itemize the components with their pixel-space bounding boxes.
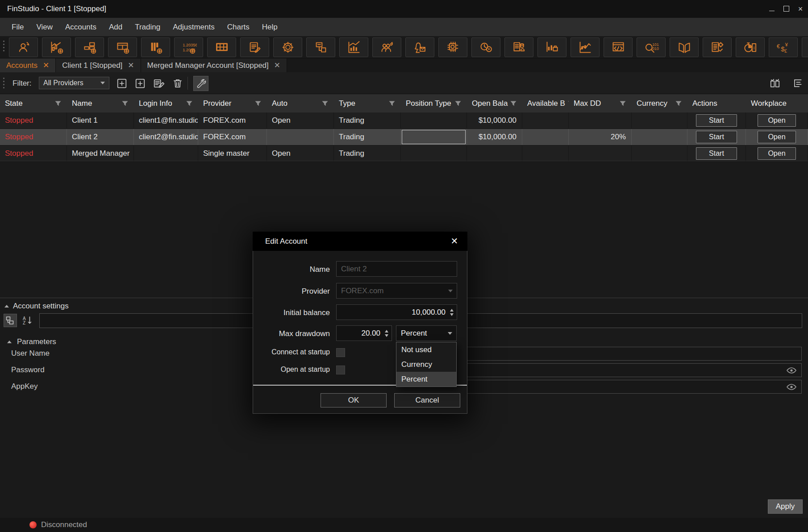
- close-button[interactable]: ×: [793, 0, 808, 18]
- portfolio-chart-icon[interactable]: [537, 37, 566, 57]
- eye-icon[interactable]: [786, 366, 797, 376]
- column-header-available-b[interactable]: Available B: [522, 94, 569, 112]
- filter-funnel-icon[interactable]: [620, 101, 626, 106]
- start-button[interactable]: Start: [696, 147, 737, 160]
- column-header-currency[interactable]: Currency: [632, 94, 687, 112]
- dialog-close-icon[interactable]: ✕: [448, 232, 461, 251]
- filter-funnel-icon[interactable]: [389, 101, 395, 106]
- table-row[interactable]: StoppedClient 2client2@fin.studioFOREX.c…: [0, 129, 808, 145]
- filter-funnel-icon[interactable]: [510, 101, 516, 106]
- column-chooser-button[interactable]: [769, 77, 781, 90]
- menu-add[interactable]: Add: [103, 18, 129, 36]
- categorized-view-button[interactable]: [4, 314, 17, 327]
- column-header-type[interactable]: Type: [334, 94, 401, 112]
- menu-accounts[interactable]: Accounts: [59, 18, 103, 36]
- delete-account-button[interactable]: [171, 77, 184, 90]
- name-input[interactable]: Client 2: [336, 261, 457, 277]
- alphabetical-sort-button[interactable]: AZ: [21, 314, 34, 327]
- spin-up-icon[interactable]: [385, 330, 388, 332]
- data-grid-icon[interactable]: [207, 37, 236, 57]
- column-header-state[interactable]: State: [0, 94, 67, 112]
- tab-accounts[interactable]: Accounts ✕: [0, 58, 56, 72]
- org-structure-icon[interactable]: [306, 37, 335, 57]
- spin-down-icon[interactable]: [450, 313, 454, 316]
- market-watch-icon[interactable]: [571, 37, 600, 57]
- spin-up-icon[interactable]: [450, 309, 454, 312]
- connect-at-startup-checkbox[interactable]: [336, 348, 345, 357]
- open-workplace-button[interactable]: Open: [758, 131, 796, 143]
- start-button[interactable]: Start: [696, 131, 737, 143]
- menu-help[interactable]: Help: [256, 18, 284, 36]
- table-row[interactable]: StoppedMerged ManagerSingle masterOpenTr…: [0, 145, 808, 162]
- group-panel-button[interactable]: [791, 77, 804, 90]
- filter-funnel-icon[interactable]: [186, 101, 192, 106]
- add-manager-button[interactable]: [134, 77, 146, 90]
- edit-account-button[interactable]: [153, 77, 165, 90]
- layout-add-icon[interactable]: [75, 37, 104, 57]
- spinner-buttons[interactable]: [385, 330, 388, 337]
- menu-trading[interactable]: Trading: [129, 18, 167, 36]
- column-header-position-type[interactable]: Position Type: [401, 94, 467, 112]
- account-settings-wrench-button[interactable]: [193, 76, 208, 91]
- cancel-button[interactable]: Cancel: [394, 393, 460, 407]
- start-button[interactable]: Start: [696, 114, 737, 127]
- minimize-button[interactable]: [764, 0, 779, 18]
- timer-info-icon[interactable]: i: [736, 37, 765, 57]
- dropdown-option-percent[interactable]: Percent: [396, 372, 456, 387]
- table-row[interactable]: StoppedClient 1client1@fin.studioFOREX.c…: [0, 112, 808, 129]
- column-header-open-bala[interactable]: Open Bala: [467, 94, 522, 112]
- filter-funnel-icon[interactable]: [255, 101, 261, 106]
- account-add-icon[interactable]: [9, 37, 38, 57]
- filter-funnel-icon[interactable]: [322, 101, 328, 106]
- search-binary-icon[interactable]: 101010: [637, 37, 666, 57]
- filter-grip-handle[interactable]: [3, 78, 4, 89]
- initial-balance-input[interactable]: 10,000.00: [336, 304, 457, 320]
- dropdown-option-currency[interactable]: Currency: [396, 357, 456, 372]
- parameters-group-header[interactable]: Parameters: [7, 337, 56, 346]
- tab-close-icon[interactable]: ✕: [274, 61, 280, 70]
- tab-close-icon[interactable]: ✕: [43, 61, 49, 70]
- spin-down-icon[interactable]: [385, 334, 388, 337]
- currency-rates-icon[interactable]: €$£: [802, 37, 808, 57]
- filter-funnel-icon[interactable]: [122, 101, 128, 106]
- columns-add-icon[interactable]: [141, 37, 170, 57]
- menu-file[interactable]: File: [5, 18, 30, 36]
- scheduler-icon[interactable]: [471, 37, 500, 57]
- column-header-actions[interactable]: Actions: [687, 94, 746, 112]
- code-editor-icon[interactable]: [604, 37, 633, 57]
- column-header-name[interactable]: Name: [67, 94, 134, 112]
- ok-button[interactable]: OK: [321, 393, 387, 407]
- alerts-icon[interactable]: [405, 37, 434, 57]
- drawdown-unit-select[interactable]: Percent: [396, 325, 457, 341]
- currency-exchange-icon[interactable]: €$¥£: [769, 37, 798, 57]
- add-account-button[interactable]: [116, 77, 128, 90]
- filter-funnel-icon[interactable]: [675, 101, 682, 106]
- open-workplace-button[interactable]: Open: [758, 114, 796, 127]
- column-header-workplace[interactable]: Workplace: [746, 94, 808, 112]
- group-connect-icon[interactable]: [372, 37, 401, 57]
- analytics-chart-icon[interactable]: [339, 37, 368, 57]
- spinner-buttons[interactable]: [450, 309, 454, 316]
- open-workplace-button[interactable]: Open: [758, 147, 796, 160]
- filter-funnel-icon[interactable]: [55, 101, 61, 106]
- eye-icon[interactable]: [786, 383, 797, 393]
- menu-adjustments[interactable]: Adjustments: [167, 18, 221, 36]
- task-settings-icon[interactable]: [703, 37, 732, 57]
- column-header-provider[interactable]: Provider: [198, 94, 267, 112]
- tab-client-1[interactable]: Client 1 [Stopped] ✕: [56, 58, 141, 72]
- workspace-add-icon[interactable]: [108, 37, 137, 57]
- open-at-startup-checkbox[interactable]: [336, 366, 345, 374]
- column-header-auto[interactable]: Auto: [267, 94, 334, 112]
- menu-charts[interactable]: Charts: [221, 18, 256, 36]
- dialog-title-bar[interactable]: Edit Account ✕: [253, 232, 467, 251]
- account-settings-header[interactable]: Account settings: [4, 302, 69, 311]
- automation-chip-icon[interactable]: [438, 37, 467, 57]
- settings-gear-icon[interactable]: [273, 37, 302, 57]
- quote-board-add-icon[interactable]: 1.203561.2035: [174, 37, 203, 57]
- journal-book-icon[interactable]: [670, 37, 699, 57]
- provider-filter-select[interactable]: All Providers: [39, 77, 109, 89]
- statement-money-icon[interactable]: [504, 37, 533, 57]
- column-header-login-info[interactable]: Login Info: [134, 94, 198, 112]
- menu-view[interactable]: View: [30, 18, 59, 36]
- tab-close-icon[interactable]: ✕: [128, 61, 134, 70]
